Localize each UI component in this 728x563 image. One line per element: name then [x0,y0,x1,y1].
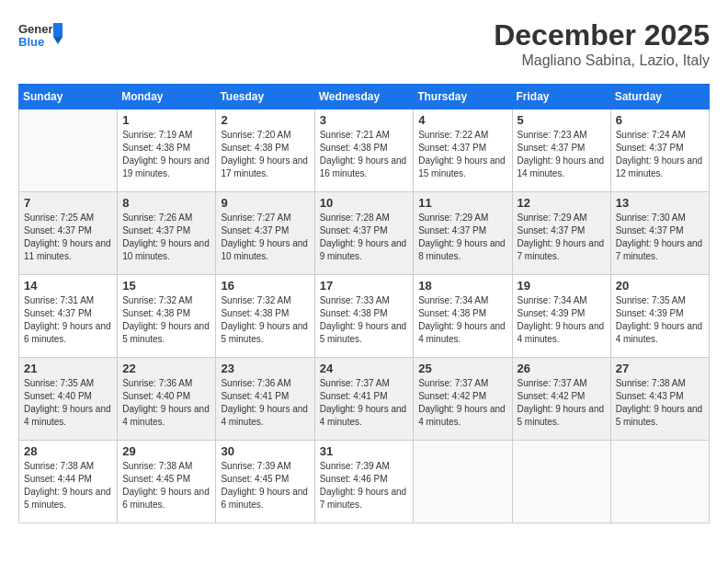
calendar-cell: 31Sunrise: 7:39 AMSunset: 4:46 PMDayligh… [314,441,414,523]
calendar-cell: 30Sunrise: 7:39 AMSunset: 4:45 PMDayligh… [216,441,314,523]
logo-graphic: General Blue [18,18,63,59]
day-info: Sunrise: 7:39 AMSunset: 4:45 PMDaylight:… [221,460,309,511]
calendar-cell: 4Sunrise: 7:22 AMSunset: 4:37 PMDaylight… [414,109,512,192]
day-info: Sunrise: 7:36 AMSunset: 4:40 PMDaylight:… [122,377,210,429]
day-info: Sunrise: 7:37 AMSunset: 4:41 PMDaylight:… [320,377,409,429]
day-info: Sunrise: 7:34 AMSunset: 4:38 PMDaylight:… [418,294,506,346]
day-info: Sunrise: 7:33 AMSunset: 4:38 PMDaylight:… [320,294,409,346]
svg-text:Blue: Blue [18,35,44,49]
day-number: 22 [122,362,210,375]
day-info: Sunrise: 7:29 AMSunset: 4:37 PMDaylight:… [418,212,506,263]
calendar-cell: 7Sunrise: 7:25 AMSunset: 4:37 PMDaylight… [19,192,118,275]
day-info: Sunrise: 7:38 AMSunset: 4:44 PMDaylight:… [24,460,112,511]
day-number: 12 [518,196,606,210]
header: General Blue December 2025 Magliano Sabi… [18,18,710,69]
day-number: 20 [616,279,704,293]
weekday-header-wednesday: Wednesday [314,85,414,109]
calendar-cell: 21Sunrise: 7:35 AMSunset: 4:40 PMDayligh… [19,358,118,441]
day-info: Sunrise: 7:20 AMSunset: 4:38 PMDaylight:… [221,129,309,180]
calendar-cell [414,441,512,523]
day-info: Sunrise: 7:35 AMSunset: 4:40 PMDaylight:… [24,377,112,429]
calendar-cell: 25Sunrise: 7:37 AMSunset: 4:42 PMDayligh… [414,358,512,441]
day-number: 11 [418,196,506,210]
day-number: 10 [320,196,409,210]
calendar-cell: 5Sunrise: 7:23 AMSunset: 4:37 PMDaylight… [512,109,610,192]
day-info: Sunrise: 7:32 AMSunset: 4:38 PMDaylight:… [122,294,210,346]
day-info: Sunrise: 7:25 AMSunset: 4:37 PMDaylight:… [24,212,112,263]
day-info: Sunrise: 7:26 AMSunset: 4:37 PMDaylight:… [122,212,210,263]
svg-marker-3 [53,37,63,44]
day-number: 2 [221,113,309,127]
calendar-cell: 14Sunrise: 7:31 AMSunset: 4:37 PMDayligh… [19,275,118,358]
calendar-cell: 22Sunrise: 7:36 AMSunset: 4:40 PMDayligh… [118,358,216,441]
calendar-cell: 11Sunrise: 7:29 AMSunset: 4:37 PMDayligh… [414,192,512,275]
calendar-cell: 13Sunrise: 7:30 AMSunset: 4:37 PMDayligh… [610,192,709,275]
day-info: Sunrise: 7:22 AMSunset: 4:37 PMDaylight:… [418,129,506,180]
day-number: 26 [518,362,606,375]
day-number: 18 [418,279,506,293]
day-number: 4 [418,113,506,127]
weekday-header-sunday: Sunday [19,85,118,109]
day-number: 30 [221,444,309,458]
calendar-cell: 20Sunrise: 7:35 AMSunset: 4:39 PMDayligh… [610,275,709,358]
calendar-cell [512,441,610,523]
weekday-header-row: SundayMondayTuesdayWednesdayThursdayFrid… [19,85,710,109]
svg-marker-2 [53,23,63,37]
day-info: Sunrise: 7:37 AMSunset: 4:42 PMDaylight:… [418,377,506,429]
calendar-cell: 9Sunrise: 7:27 AMSunset: 4:37 PMDaylight… [216,192,314,275]
calendar-cell: 18Sunrise: 7:34 AMSunset: 4:38 PMDayligh… [414,275,512,358]
day-info: Sunrise: 7:23 AMSunset: 4:37 PMDaylight:… [518,129,606,180]
day-number: 8 [122,196,210,210]
calendar-cell: 3Sunrise: 7:21 AMSunset: 4:38 PMDaylight… [314,109,414,192]
day-number: 15 [122,279,210,293]
calendar-table: SundayMondayTuesdayWednesdayThursdayFrid… [18,84,710,523]
day-number: 14 [24,279,112,293]
day-info: Sunrise: 7:35 AMSunset: 4:39 PMDaylight:… [616,294,704,346]
day-info: Sunrise: 7:39 AMSunset: 4:46 PMDaylight:… [320,460,409,511]
calendar-week-1: 1Sunrise: 7:19 AMSunset: 4:38 PMDaylight… [19,109,710,192]
calendar-cell: 1Sunrise: 7:19 AMSunset: 4:38 PMDaylight… [118,109,216,192]
day-info: Sunrise: 7:19 AMSunset: 4:38 PMDaylight:… [122,129,210,180]
day-info: Sunrise: 7:38 AMSunset: 4:45 PMDaylight:… [122,460,210,511]
calendar-cell: 15Sunrise: 7:32 AMSunset: 4:38 PMDayligh… [118,275,216,358]
logo: General Blue [18,18,63,59]
day-info: Sunrise: 7:29 AMSunset: 4:37 PMDaylight:… [518,212,606,263]
day-info: Sunrise: 7:27 AMSunset: 4:37 PMDaylight:… [221,212,309,263]
calendar-title: December 2025 [494,18,710,52]
day-number: 19 [518,279,606,293]
calendar-cell: 28Sunrise: 7:38 AMSunset: 4:44 PMDayligh… [19,441,118,523]
day-number: 1 [122,113,210,127]
day-info: Sunrise: 7:36 AMSunset: 4:41 PMDaylight:… [221,377,309,429]
day-info: Sunrise: 7:30 AMSunset: 4:37 PMDaylight:… [616,212,704,263]
day-info: Sunrise: 7:24 AMSunset: 4:37 PMDaylight:… [616,129,704,180]
day-info: Sunrise: 7:28 AMSunset: 4:37 PMDaylight:… [320,212,409,263]
title-area: December 2025 Magliano Sabina, Lazio, It… [494,18,710,69]
calendar-cell: 27Sunrise: 7:38 AMSunset: 4:43 PMDayligh… [610,358,709,441]
day-number: 3 [320,113,409,127]
day-number: 9 [221,196,309,210]
weekday-header-monday: Monday [118,85,216,109]
day-number: 6 [616,113,704,127]
weekday-header-friday: Friday [512,85,610,109]
calendar-cell: 8Sunrise: 7:26 AMSunset: 4:37 PMDaylight… [118,192,216,275]
day-info: Sunrise: 7:21 AMSunset: 4:38 PMDaylight:… [320,129,409,180]
day-number: 31 [320,444,409,458]
day-number: 16 [221,279,309,293]
day-number: 21 [24,362,112,375]
calendar-cell: 24Sunrise: 7:37 AMSunset: 4:41 PMDayligh… [314,358,414,441]
calendar-cell [610,441,709,523]
day-info: Sunrise: 7:34 AMSunset: 4:39 PMDaylight:… [518,294,606,346]
day-number: 27 [616,362,704,375]
calendar-cell: 10Sunrise: 7:28 AMSunset: 4:37 PMDayligh… [314,192,414,275]
day-number: 23 [221,362,309,375]
calendar-cell: 23Sunrise: 7:36 AMSunset: 4:41 PMDayligh… [216,358,314,441]
weekday-header-saturday: Saturday [610,85,709,109]
day-number: 5 [518,113,606,127]
day-number: 29 [122,444,210,458]
day-number: 13 [616,196,704,210]
day-number: 7 [24,196,112,210]
calendar-week-4: 21Sunrise: 7:35 AMSunset: 4:40 PMDayligh… [19,358,710,441]
calendar-cell: 12Sunrise: 7:29 AMSunset: 4:37 PMDayligh… [512,192,610,275]
day-info: Sunrise: 7:38 AMSunset: 4:43 PMDaylight:… [616,377,704,429]
day-number: 24 [320,362,409,375]
